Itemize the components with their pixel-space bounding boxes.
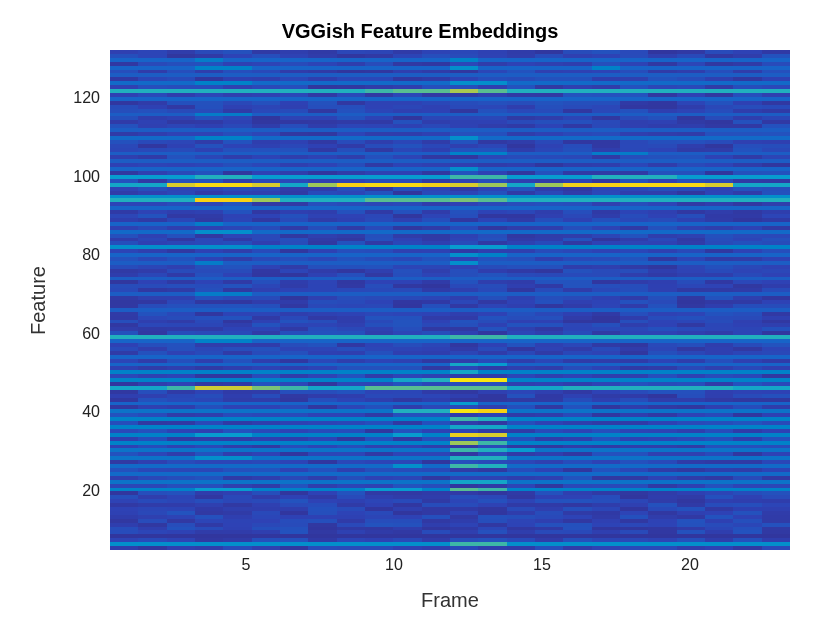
chart-title: VGGish Feature Embeddings (0, 20, 840, 43)
x-tick: 20 (681, 556, 699, 574)
y-tick: 60 (54, 325, 100, 343)
x-tick: 10 (385, 556, 403, 574)
x-tick: 15 (533, 556, 551, 574)
y-tick: 120 (54, 89, 100, 107)
y-tick: 20 (54, 482, 100, 500)
y-axis-label: Feature (26, 50, 50, 550)
y-tick: 80 (54, 246, 100, 264)
heatmap-image (110, 50, 790, 550)
y-axis-label-text: Feature (27, 266, 50, 335)
x-tick: 5 (242, 556, 251, 574)
y-tick: 40 (54, 403, 100, 421)
y-tick: 100 (54, 168, 100, 186)
x-axis-label: Frame (110, 589, 790, 612)
heatmap-axes (110, 50, 790, 550)
figure: VGGish Feature Embeddings Frame Feature … (0, 0, 840, 630)
